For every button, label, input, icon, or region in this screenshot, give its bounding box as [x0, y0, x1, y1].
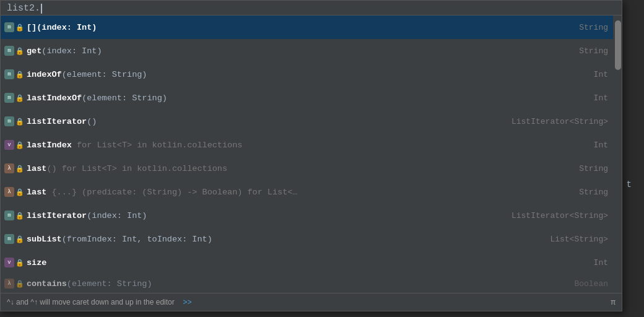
item-name: indexOf(element: String)	[27, 70, 586, 79]
item-name: get(index: Int)	[27, 46, 572, 56]
item-name: last {...} (predicate: (String) -> Boole…	[27, 188, 572, 197]
footer-hint: ^↓ and ^↑ will move caret down and up in…	[7, 297, 192, 308]
header-title: list2.	[7, 3, 40, 14]
item-type: Int	[594, 258, 608, 267]
list-item[interactable]: λ 🔒 contains(element: String) Boolean	[1, 274, 613, 293]
item-type: String	[579, 164, 608, 173]
item-name: lastIndexOf(element: String)	[27, 93, 586, 103]
footer-text: ^↓ and ^↑ will move caret down and up in…	[7, 298, 175, 306]
item-type: ListIterator<String>	[511, 117, 608, 126]
lock-icon-container: 🔒	[15, 258, 24, 267]
item-type: List<String>	[550, 235, 608, 244]
text-cursor	[41, 4, 42, 14]
item-name: subList(fromIndex: Int, toIndex: Int)	[27, 235, 542, 244]
editor-right-text: t	[627, 180, 632, 189]
lock-icon-container: 🔒	[15, 235, 24, 243]
footer-pi-icon: π	[611, 298, 616, 307]
lock-icon: 🔒	[15, 94, 24, 102]
popup-footer: ^↓ and ^↑ will move caret down and up in…	[1, 293, 622, 311]
item-type: Boolean	[574, 279, 608, 289]
badge-lambda: λ	[4, 163, 14, 173]
item-name: lastIndex for List<T> in kotlin.collecti…	[27, 141, 586, 150]
badge-method: m	[4, 46, 14, 56]
lock-icon: 🔒	[15, 24, 24, 32]
lock-icon-container: 🔒	[15, 93, 24, 102]
badge-val: v	[4, 258, 14, 267]
lock-icon: 🔒	[15, 212, 24, 220]
item-name: [](index: Int)	[27, 23, 572, 32]
item-name: listIterator()	[27, 117, 504, 126]
popup-header: list2.	[1, 1, 622, 15]
list-item[interactable]: m 🔒 listIterator() ListIterator<String>	[1, 110, 613, 133]
badge-method: m	[4, 93, 14, 103]
badge-method: m	[4, 211, 14, 220]
item-type: ListIterator<String>	[511, 211, 608, 220]
lock-icon-container: 🔒	[15, 23, 24, 32]
list-item[interactable]: m 🔒 listIterator(index: Int) ListIterato…	[1, 204, 613, 227]
item-type: Int	[594, 70, 608, 79]
list-item[interactable]: m 🔒 indexOf(element: String) Int	[1, 63, 613, 86]
lock-icon: 🔒	[15, 259, 24, 267]
lock-icon-container: 🔒	[15, 279, 24, 288]
badge-lambda: λ	[4, 187, 14, 197]
scrollbar-thumb[interactable]	[615, 20, 621, 70]
badge-method: m	[4, 22, 14, 32]
lock-icon-container: 🔒	[15, 211, 24, 220]
item-name: last() for List<T> in kotlin.collections	[27, 164, 572, 173]
badge-method: m	[4, 69, 14, 79]
list-item[interactable]: λ 🔒 last() for List<T> in kotlin.collect…	[1, 157, 613, 180]
lock-icon: 🔒	[15, 141, 24, 149]
footer-link[interactable]: >>	[183, 298, 191, 307]
lock-icon: 🔒	[15, 188, 24, 196]
lock-icon-container: 🔒	[15, 164, 24, 173]
lock-icon: 🔒	[15, 165, 24, 173]
badge-lambda: λ	[4, 279, 14, 289]
lock-icon-container: 🔒	[15, 117, 24, 126]
lock-icon-container: 🔒	[15, 46, 24, 55]
item-type: String	[579, 188, 608, 197]
lock-icon: 🔒	[15, 118, 24, 126]
item-type: Int	[594, 93, 608, 103]
item-type: Int	[594, 141, 608, 150]
item-type: String	[579, 46, 608, 56]
list-item[interactable]: m 🔒 lastIndexOf(element: String) Int	[1, 86, 613, 110]
lock-icon: 🔒	[15, 235, 24, 243]
badge-val: v	[4, 140, 14, 150]
badge-method: m	[4, 116, 14, 126]
list-item[interactable]: λ 🔒 last {...} (predicate: (String) -> B…	[1, 180, 613, 204]
lock-icon-container: 🔒	[15, 141, 24, 149]
item-name: listIterator(index: Int)	[27, 211, 504, 220]
lock-icon-container: 🔒	[15, 70, 24, 79]
autocomplete-items-list: m 🔒 [](index: Int) String m 🔒 get(index:…	[1, 15, 613, 293]
list-item[interactable]: m 🔒 [](index: Int) String	[1, 15, 613, 39]
lock-icon-container: 🔒	[15, 188, 24, 196]
item-name: size	[27, 258, 586, 267]
list-item[interactable]: v 🔒 lastIndex for List<T> in kotlin.coll…	[1, 133, 613, 157]
list-item[interactable]: m 🔒 subList(fromIndex: Int, toIndex: Int…	[1, 227, 613, 251]
badge-method: m	[4, 234, 14, 244]
lock-icon: 🔒	[15, 71, 24, 79]
list-item[interactable]: v 🔒 size Int	[1, 251, 613, 274]
autocomplete-popup: list2. m 🔒 [](index: Int) String m 🔒 get…	[0, 0, 622, 311]
lock-icon: 🔒	[15, 280, 24, 288]
lock-icon: 🔒	[15, 47, 24, 55]
item-type: String	[579, 23, 608, 32]
list-item[interactable]: m 🔒 get(index: Int) String	[1, 39, 613, 63]
item-name: contains(element: String)	[27, 279, 567, 289]
